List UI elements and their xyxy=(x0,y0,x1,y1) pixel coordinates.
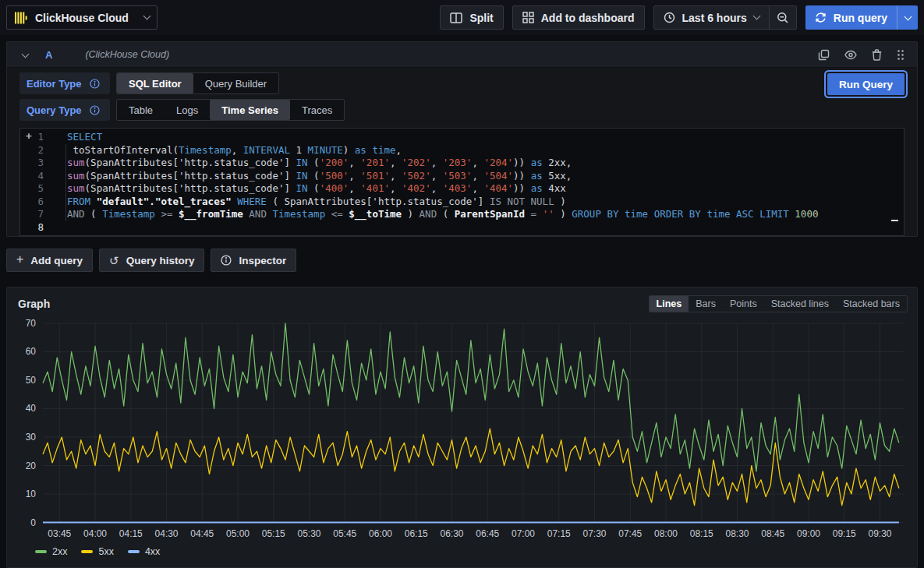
graph-mode-lines[interactable]: Lines xyxy=(650,296,689,312)
svg-text:05:00: 05:00 xyxy=(226,528,250,539)
svg-text:05:45: 05:45 xyxy=(333,528,356,539)
query-type-option-traces[interactable]: Traces xyxy=(290,100,344,120)
run-query-split-button: Run query xyxy=(805,5,918,30)
svg-text:09:00: 09:00 xyxy=(797,528,820,539)
svg-text:04:30: 04:30 xyxy=(155,528,179,539)
code-line: 8 xyxy=(20,221,904,235)
timeseries-chart[interactable]: 01020304050607003:4504:0004:1504:3004:45… xyxy=(16,316,908,545)
svg-text:70: 70 xyxy=(26,318,37,329)
svg-text:04:15: 04:15 xyxy=(119,528,143,539)
svg-text:06:15: 06:15 xyxy=(405,528,428,539)
svg-text:06:45: 06:45 xyxy=(476,528,499,539)
query-history-button[interactable]: ↺ Query history xyxy=(99,249,204,272)
chart-area: 01020304050607003:4504:0004:1504:3004:45… xyxy=(7,314,917,557)
svg-text:04:00: 04:00 xyxy=(83,528,107,539)
explore-actions: + Add query ↺ Query history Inspector xyxy=(6,249,918,272)
panel-title: Graph xyxy=(18,298,50,310)
graph-mode-points[interactable]: Points xyxy=(723,296,764,312)
clickhouse-logo-icon xyxy=(14,11,28,25)
svg-text:07:00: 07:00 xyxy=(512,528,535,539)
info-icon[interactable] xyxy=(90,79,100,89)
svg-text:03:45: 03:45 xyxy=(48,528,71,539)
code-line: 2 toStartOfInterval(Timestamp, INTERVAL … xyxy=(20,144,904,157)
chevron-down-icon xyxy=(143,12,151,20)
chart-legend: 2xx5xx4xx xyxy=(16,545,908,557)
legend-swatch xyxy=(128,550,140,553)
run-query-options-button[interactable] xyxy=(897,5,918,30)
split-button[interactable]: Split xyxy=(440,5,503,30)
graph-mode-toggle: LinesBarsPointsStacked linesStacked bars xyxy=(649,295,908,312)
svg-text:30: 30 xyxy=(26,432,37,443)
svg-text:09:30: 09:30 xyxy=(869,528,892,539)
svg-text:07:30: 07:30 xyxy=(583,528,607,539)
plus-icon: + xyxy=(16,253,23,266)
legend-item-4xx[interactable]: 4xx xyxy=(128,546,160,557)
query-type-option-logs[interactable]: Logs xyxy=(165,100,210,120)
svg-text:06:00: 06:00 xyxy=(369,528,392,539)
svg-text:40: 40 xyxy=(26,403,37,414)
zoom-out-button[interactable] xyxy=(770,6,796,29)
query-type-option-time-series[interactable]: Time Series xyxy=(210,100,290,120)
query-type-option-table[interactable]: Table xyxy=(117,100,165,120)
indent-guide xyxy=(65,144,66,221)
info-icon[interactable] xyxy=(90,105,100,115)
history-icon: ↺ xyxy=(109,255,119,266)
code-line: 6FROM "default"."otel_traces" WHERE ( Sp… xyxy=(20,196,904,209)
run-query-button[interactable]: Run query xyxy=(805,5,897,30)
editor-type-label: Editor Type xyxy=(19,72,110,94)
time-range-picker[interactable]: Last 6 hours xyxy=(654,6,769,29)
inspector-button[interactable]: Inspector xyxy=(211,249,296,272)
legend-item-2xx[interactable]: 2xx xyxy=(35,546,67,557)
drag-handle-icon[interactable] xyxy=(897,49,905,61)
svg-text:08:30: 08:30 xyxy=(726,528,749,539)
graph-mode-bars[interactable]: Bars xyxy=(689,296,723,312)
graph-mode-stacked-lines[interactable]: Stacked lines xyxy=(764,296,836,312)
svg-text:04:45: 04:45 xyxy=(190,528,214,539)
clock-icon xyxy=(664,12,675,23)
graph-panel: Graph LinesBarsPointsStacked linesStacke… xyxy=(6,287,918,568)
svg-text:07:45: 07:45 xyxy=(618,528,642,539)
svg-text:08:45: 08:45 xyxy=(761,528,784,539)
query-editor-panel: A (ClickHouse Cloud) xyxy=(6,41,918,237)
legend-item-5xx[interactable]: 5xx xyxy=(81,546,113,557)
info-icon xyxy=(221,255,232,266)
dashboard-grid-icon xyxy=(522,12,534,23)
code-line: 3sum(SpanAttributes['http.status_code'] … xyxy=(20,157,904,170)
svg-text:60: 60 xyxy=(26,346,37,357)
editor-type-option-sql-editor[interactable]: SQL Editor xyxy=(117,73,193,93)
code-line: 5sum(SpanAttributes['http.status_code'] … xyxy=(20,182,904,196)
query-row-header: A (ClickHouse Cloud) xyxy=(7,42,917,68)
graph-mode-stacked-bars[interactable]: Stacked bars xyxy=(836,296,907,312)
code-line: 7AND ( Timestamp >= $__fromTime AND Time… xyxy=(20,208,904,221)
add-query-button[interactable]: + Add query xyxy=(6,249,93,272)
datasource-picker[interactable]: ClickHouse Cloud xyxy=(6,5,158,30)
svg-text:05:15: 05:15 xyxy=(262,528,285,539)
refresh-icon xyxy=(815,12,827,23)
svg-text:05:30: 05:30 xyxy=(298,528,321,539)
svg-text:0: 0 xyxy=(30,517,36,528)
svg-text:50: 50 xyxy=(26,375,37,386)
legend-swatch xyxy=(35,550,47,553)
query-type-toggle: TableLogsTime SeriesTraces xyxy=(116,99,345,121)
datasource-hint: (ClickHouse Cloud) xyxy=(85,49,169,60)
editor-type-toggle: SQL EditorQuery Builder xyxy=(116,72,279,94)
add-line-icon[interactable]: + xyxy=(26,130,32,143)
duplicate-icon[interactable] xyxy=(818,49,830,61)
sql-code-editor[interactable]: + 1SELECT2 toStartOfInterval(Timestamp, … xyxy=(19,128,905,236)
editor-type-option-query-builder[interactable]: Query Builder xyxy=(193,73,278,93)
trash-icon[interactable] xyxy=(872,49,882,61)
magnifier-minus-icon xyxy=(777,12,789,24)
svg-text:09:15: 09:15 xyxy=(833,528,856,539)
time-controls: Last 6 hours xyxy=(653,5,797,30)
run-query-inline-button[interactable]: Run Query xyxy=(827,73,905,95)
collapse-chevron-icon[interactable] xyxy=(22,50,30,58)
code-line: 1SELECT xyxy=(20,131,904,144)
svg-text:20: 20 xyxy=(26,460,37,471)
query-type-label: Query Type xyxy=(19,99,110,121)
eye-icon[interactable] xyxy=(844,50,857,60)
datasource-label: ClickHouse Cloud xyxy=(35,12,129,24)
text-cursor xyxy=(891,220,898,221)
svg-text:10: 10 xyxy=(26,489,37,499)
add-to-dashboard-button[interactable]: Add to dashboard xyxy=(512,5,645,30)
split-icon xyxy=(450,12,462,23)
